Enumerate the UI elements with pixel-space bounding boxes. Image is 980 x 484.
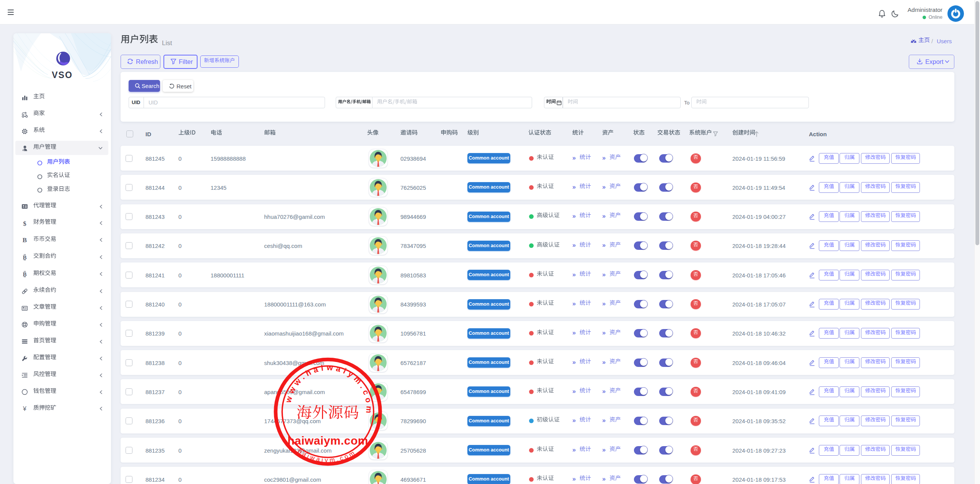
svg-text:haiwaiym.com: haiwaiym.com — [287, 434, 368, 447]
